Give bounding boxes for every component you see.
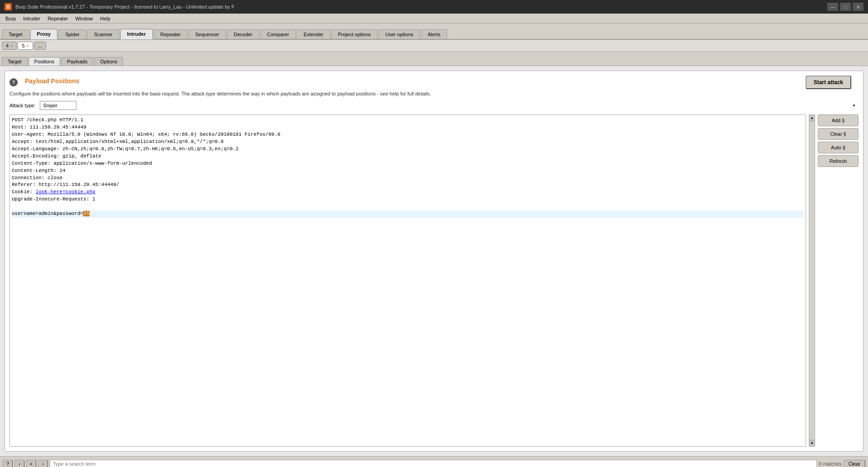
instance-tab-4[interactable]: 4 × [2, 42, 17, 50]
auto-section-button[interactable]: Auto § [818, 142, 859, 153]
search-prev-button[interactable]: ‹ [14, 460, 24, 467]
payload-marker: §§ [83, 211, 89, 216]
app-icon: B [5, 3, 12, 10]
tab-project-options[interactable]: Project options [331, 29, 378, 39]
help-icon[interactable]: ? [9, 78, 18, 86]
clear-section-button[interactable]: Clear § [818, 128, 859, 140]
attack-type-select[interactable]: Sniper Battering ram Pitchfork Cluster b… [40, 101, 76, 110]
tab-target[interactable]: Target [2, 29, 29, 39]
request-line-2: Host: 111.158.29.45:44449 [12, 124, 804, 131]
window-controls: — □ ✕ [827, 3, 863, 11]
add-section-button[interactable]: Add § [818, 114, 859, 126]
request-line-9: Connection: close [12, 175, 804, 182]
tab-sequencer[interactable]: Sequencer [189, 29, 226, 39]
tab-alerts[interactable]: Alerts [421, 29, 447, 39]
payload-positions-panel: ? Payload Positions Start attack Configu… [5, 71, 863, 452]
request-editor[interactable]: POST /check.php HTTP/1.1 Host: 111.158.2… [9, 114, 806, 447]
close-button[interactable]: ✕ [853, 3, 863, 11]
menu-intruder[interactable]: Intruder [19, 15, 44, 22]
right-action-buttons: Add § Clear § Auto § Refresh [818, 114, 859, 447]
scroll-up-btn[interactable]: ▲ [809, 115, 815, 121]
instance-tab-more[interactable]: ... [34, 42, 46, 50]
tab-intruder[interactable]: Intruder [120, 29, 153, 39]
subtab-payloads[interactable]: Payloads [61, 57, 93, 66]
tab-extender[interactable]: Extender [297, 29, 330, 39]
scroll-track [809, 121, 815, 440]
subtab-positions[interactable]: Positions [28, 57, 61, 66]
request-line-12: Upgrade-Insecure-Requests: 1 [12, 196, 804, 203]
request-line-1: POST /check.php HTTP/1.1 [12, 117, 804, 124]
minimize-button[interactable]: — [827, 3, 838, 11]
request-line-body: username=admin&password=§§ [12, 210, 804, 218]
close-tab-5[interactable]: × [27, 43, 29, 48]
request-line-6: Accept-Encoding: gzip, deflate [12, 153, 804, 160]
tab-decoder[interactable]: Decoder [227, 29, 259, 39]
request-scrollbar[interactable]: ▲ ▼ [809, 114, 815, 447]
panel-description: Configure the positions where payloads w… [9, 91, 859, 96]
subtab-options[interactable]: Options [94, 57, 123, 66]
search-next-button[interactable]: + [26, 460, 36, 467]
match-count: 0 matches [819, 461, 842, 467]
request-line-11: Cookie: look-here=cookie.php [12, 189, 804, 196]
title-bar: B Burp Suite Professional v1.7.27 - Temp… [0, 0, 868, 14]
close-tab-4[interactable]: × [10, 43, 13, 48]
menu-bar: Burp Intruder Repeater Window Help [0, 14, 868, 24]
request-line-blank [12, 203, 804, 210]
scroll-down-btn[interactable]: ▼ [809, 440, 815, 446]
instance-tab-5[interactable]: 5 × [18, 42, 33, 50]
menu-help[interactable]: Help [97, 15, 114, 22]
attack-type-label: Attack type: [9, 103, 35, 108]
instance-tabs: 4 × 5 × ... [0, 40, 868, 52]
sub-tabs: Target Positions Payloads Options [0, 52, 868, 66]
tab-scanner[interactable]: Scanner [87, 29, 119, 39]
textarea-row: POST /check.php HTTP/1.1 Host: 111.158.2… [9, 114, 859, 447]
refresh-button[interactable]: Refresh [818, 155, 859, 167]
menu-window[interactable]: Window [71, 15, 96, 22]
attack-type-select-wrapper[interactable]: Sniper Battering ram Pitchfork Cluster b… [40, 101, 859, 110]
tab-comparer[interactable]: Comparer [260, 29, 296, 39]
request-line-4: Accept: text/html,application/xhtml+xml,… [12, 138, 804, 146]
bottom-search-bar: ? ‹ + › 0 matches Clear [0, 456, 868, 467]
window-title: Burp Suite Professional v1.7.27 - Tempor… [15, 4, 235, 10]
clear-search-button[interactable]: Clear [844, 460, 865, 467]
tab-proxy[interactable]: Proxy [30, 29, 58, 39]
main-content: ? Payload Positions Start attack Configu… [0, 66, 868, 456]
request-line-3: User-Agent: Mozilla/5.0 (Windows NT 10.0… [12, 131, 804, 138]
panel-title: Payload Positions [25, 77, 80, 85]
request-line-10: Referer: http://111.158.29.45:44449/ [12, 181, 804, 189]
help-bottom-button[interactable]: ? [3, 460, 13, 467]
tab-spider[interactable]: Spider [58, 29, 86, 39]
main-nav-tabs: Target Proxy Spider Scanner Intruder Rep… [0, 24, 868, 40]
tab-user-options[interactable]: User options [378, 29, 420, 39]
cookie-value: look-here=cookie.php [36, 189, 95, 195]
request-line-8: Content-Length: 24 [12, 167, 804, 175]
search-input[interactable] [50, 460, 817, 467]
menu-repeater[interactable]: Repeater [44, 15, 71, 22]
subtab-target[interactable]: Target [2, 57, 28, 66]
tab-repeater[interactable]: Repeater [154, 29, 188, 39]
maximize-button[interactable]: □ [840, 3, 851, 11]
menu-burp[interactable]: Burp [2, 15, 19, 22]
request-line-5: Accept-Language: zh-CN,zh;q=0.8,zh-TW;q=… [12, 146, 804, 153]
search-next-arrow-button[interactable]: › [38, 460, 48, 467]
start-attack-button[interactable]: Start attack [806, 76, 851, 89]
attack-type-row: Attack type: Sniper Battering ram Pitchf… [9, 101, 859, 110]
request-line-7: Content-Type: application/x-www-form-url… [12, 160, 804, 167]
